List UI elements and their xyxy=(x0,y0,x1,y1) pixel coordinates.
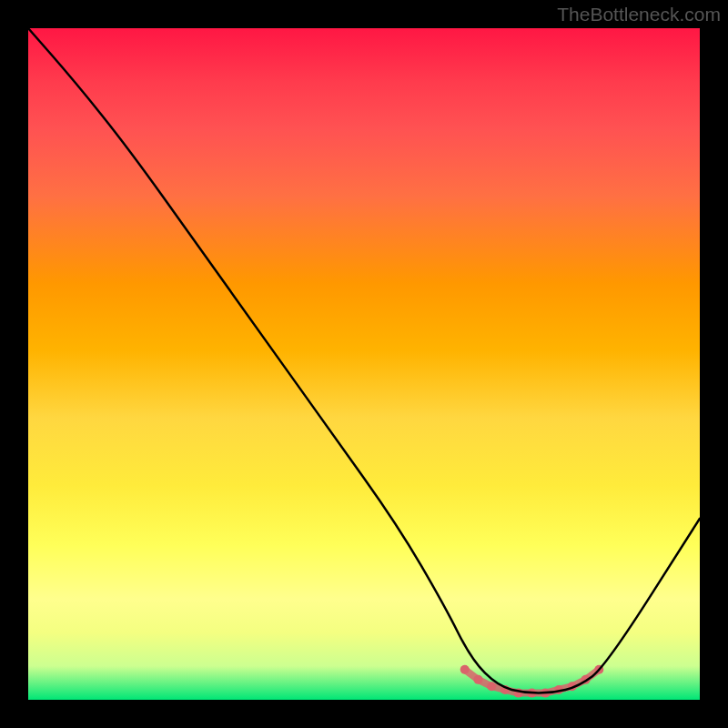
watermark-text: TheBottleneck.com xyxy=(557,4,721,25)
bottleneck-curve-line xyxy=(28,28,700,693)
optimal-marker xyxy=(473,675,482,684)
bottleneck-chart xyxy=(28,28,700,700)
optimal-marker xyxy=(460,665,470,674)
optimal-marker xyxy=(487,682,496,691)
